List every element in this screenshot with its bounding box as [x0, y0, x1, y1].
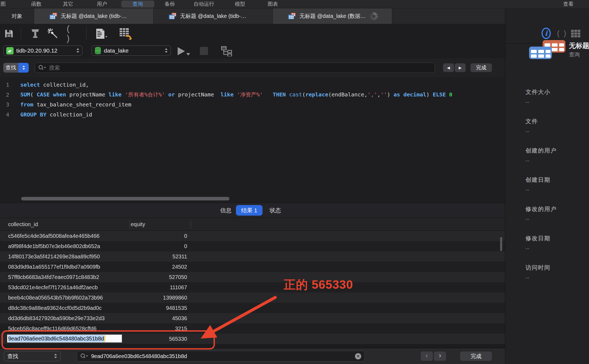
menu-item-functions[interactable]: 函数 — [31, 0, 41, 8]
code-text: GROUP BY collection_id — [20, 111, 92, 118]
code-line[interactable]: 1select collection_id, — [0, 80, 505, 90]
connection-select[interactable]: tidb-20.20.90.12 — [3, 46, 82, 56]
tab-divider — [392, 8, 392, 24]
column-divider[interactable] — [129, 220, 130, 229]
text-view-button[interactable] — [95, 28, 108, 40]
table-row[interactable]: 53dcd021e4ecfef7f17261a46df2aecb111067 — [0, 282, 505, 292]
menu-item-model[interactable]: 模型 — [235, 0, 245, 8]
cell-equity[interactable]: 0 — [130, 233, 187, 239]
tab-query-2[interactable]: 无标题 @data_lake (tidb-… — [153, 8, 273, 24]
sql-editor[interactable]: 1select collection_id,2SUM( CASE when pr… — [0, 77, 505, 203]
menu-item-query-active[interactable]: 查询 — [121, 1, 154, 8]
snippets-toggle-icon[interactable]: ( ) — [557, 28, 568, 38]
cell-collection-id[interactable]: beeb4c08ea056543b57bb9f602a73b96 — [0, 292, 130, 303]
menu-item-automation[interactable]: 自动运行 — [194, 0, 214, 8]
grid-toggle-icon[interactable] — [570, 29, 581, 38]
code-line[interactable]: 3from tax_balance_sheet_record_item — [0, 100, 505, 109]
table-find-mode-select[interactable]: 查找 — [4, 351, 61, 361]
menu-item-users[interactable]: 用户 — [97, 0, 107, 8]
column-header-collection-id[interactable]: collection_id — [0, 221, 130, 227]
sidebar-subtitle: 查询 — [569, 51, 580, 58]
beautify-sql-button[interactable] — [30, 28, 41, 39]
find-next-button[interactable]: ▶ — [455, 63, 466, 72]
cell-collection-id[interactable]: 57ff8cb6683a34fd7eaec0971c8483b2 — [0, 272, 130, 282]
code-line[interactable]: 2SUM( CASE when projectName like '所有者%合计… — [0, 90, 505, 100]
cell-collection-id[interactable]: c546fe5c4de36af5008afea4e465b466 — [0, 231, 130, 241]
find-mode-select[interactable]: 查找 — [3, 63, 29, 73]
table-row[interactable]: 57ff8cb6683a34fd7eaec0971c8483b2527050 — [0, 272, 505, 282]
tab-result-1[interactable]: 结果 1 — [236, 205, 263, 216]
cell-collection-id[interactable]: 53dcd021e4ecfef7f17261a46df2aecb — [0, 282, 130, 292]
menu-item-view-right[interactable]: 查看 — [563, 0, 574, 8]
cell-collection-id[interactable]: 5dceb58c8aceff9c116d69d6528cffd6 — [0, 323, 130, 334]
query-file-icon — [529, 40, 566, 61]
cell-equity[interactable]: 24502 — [130, 264, 187, 270]
table-row[interactable]: a9f98f4de1bf5b07e3eb46e802db652a0 — [0, 241, 505, 251]
clear-search-button[interactable]: ✕ — [355, 353, 361, 359]
toolbar: ( ) — [0, 24, 505, 43]
table-search-input[interactable]: 9ead706a6ee03bd6c548480abc351b8d ✕ — [77, 351, 365, 362]
cell-equity[interactable]: 0 — [130, 243, 187, 249]
cell-equity[interactable]: 3215 — [130, 326, 187, 332]
sidebar-field-value: -- — [526, 158, 585, 164]
cell-equity[interactable]: 111067 — [130, 284, 187, 291]
editor-horizontal-scrollbar[interactable] — [21, 197, 229, 200]
find-done-button[interactable]: 完成 — [460, 352, 492, 361]
sidebar-field: 创建日期-- — [526, 176, 585, 193]
menu-item-others[interactable]: 其它 — [63, 0, 73, 8]
info-toggle-icon[interactable]: i — [542, 28, 551, 39]
query-builder-button[interactable] — [47, 28, 59, 40]
table-row[interactable]: dd3d6db83427920ba590be29e733e2d345036 — [0, 313, 505, 323]
export-result-button[interactable] — [118, 28, 133, 40]
find-next-button[interactable]: › — [434, 352, 446, 361]
table-row[interactable]: beeb4c08ea056543b57bb9f602a73b9613989860 — [0, 292, 505, 303]
tab-query-3[interactable]: 无标题 @data_lake (数据… — [273, 8, 392, 24]
find-previous-button[interactable]: ◀ — [443, 63, 454, 72]
menu-item-charts[interactable]: 图表 — [268, 0, 278, 8]
select-chevrons-icon — [22, 66, 25, 70]
cell-equity[interactable]: 527050 — [130, 274, 187, 280]
tab-info[interactable]: 信息 — [217, 203, 235, 218]
table-row[interactable]: 14f80173e3a5f4214269e28aa89cf95052311 — [0, 251, 505, 262]
table-row[interactable]: 9ead706a6ee03bd6c548480abc351b8d565330 — [0, 334, 505, 344]
search-placeholder: 搜索 — [49, 64, 60, 72]
column-divider[interactable] — [191, 220, 191, 229]
table-row[interactable]: 5dceb58c8aceff9c116d69d6528cffd63215 — [0, 323, 505, 334]
tab-bar: 对象 无标题 @data_lake (tidb-… 无标题 @data_lake… — [0, 8, 589, 24]
find-done-button[interactable]: 完成 — [470, 63, 492, 72]
results-table-body: c546fe5c4de36af5008afea4e465b4660a9f98f4… — [0, 231, 505, 344]
cell-collection-id[interactable]: a9f98f4de1bf5b07e3eb46e802db652a — [0, 241, 130, 251]
cell-editor-input[interactable]: 9ead706a6ee03bd6c548480abc351b8d — [7, 334, 122, 343]
line-number: 3 — [0, 101, 9, 108]
menu-item-view[interactable]: 图 — [1, 0, 6, 8]
cell-equity[interactable]: 9481535 — [130, 305, 187, 311]
cell-collection-id[interactable]: 9ead706a6ee03bd6c548480abc351b8d — [0, 334, 130, 344]
table-vertical-scrollbar[interactable] — [500, 237, 502, 251]
cell-collection-id[interactable]: d8dc38c9a88ea93624ccf0d5d2b9ad0c — [0, 303, 130, 313]
table-row[interactable]: 083d9d9a1a655177ef1f9dbd7a0909fb24502 — [0, 262, 505, 272]
tab-objects[interactable]: 对象 — [0, 8, 34, 24]
tab-query-1[interactable]: 无标题 @data_lake (tidb-… — [34, 8, 153, 24]
run-query-button[interactable] — [178, 47, 191, 56]
cell-equity[interactable]: 565330 — [130, 336, 187, 342]
tab-status[interactable]: 状态 — [266, 203, 284, 218]
editor-search-input[interactable]: 搜索 — [35, 63, 435, 73]
database-select[interactable]: data_lake — [92, 46, 171, 56]
cell-collection-id[interactable]: 14f80173e3a5f4214269e28aa89cf950 — [0, 251, 130, 262]
menu-item-backup[interactable]: 备份 — [165, 0, 175, 8]
search-icon — [38, 65, 47, 71]
cell-equity[interactable]: 13989860 — [130, 295, 187, 301]
stop-query-button[interactable] — [200, 47, 208, 55]
cell-collection-id[interactable]: 083d9d9a1a655177ef1f9dbd7a0909fb — [0, 262, 130, 272]
save-button[interactable] — [4, 28, 14, 39]
table-row[interactable]: d8dc38c9a88ea93624ccf0d5d2b9ad0c9481535 — [0, 303, 505, 313]
explain-query-button[interactable] — [221, 46, 233, 56]
column-header-equity[interactable]: equity — [130, 221, 187, 227]
table-row[interactable]: c546fe5c4de36af5008afea4e465b4660 — [0, 231, 505, 241]
cell-equity[interactable]: 52311 — [130, 253, 187, 260]
cell-equity[interactable]: 45036 — [130, 315, 187, 321]
code-snippet-button[interactable]: ( ) — [67, 28, 79, 40]
cell-collection-id[interactable]: dd3d6db83427920ba590be29e733e2d3 — [0, 313, 130, 323]
code-line[interactable]: 4GROUP BY collection_id — [0, 110, 505, 119]
find-previous-button[interactable]: ‹ — [421, 352, 433, 361]
